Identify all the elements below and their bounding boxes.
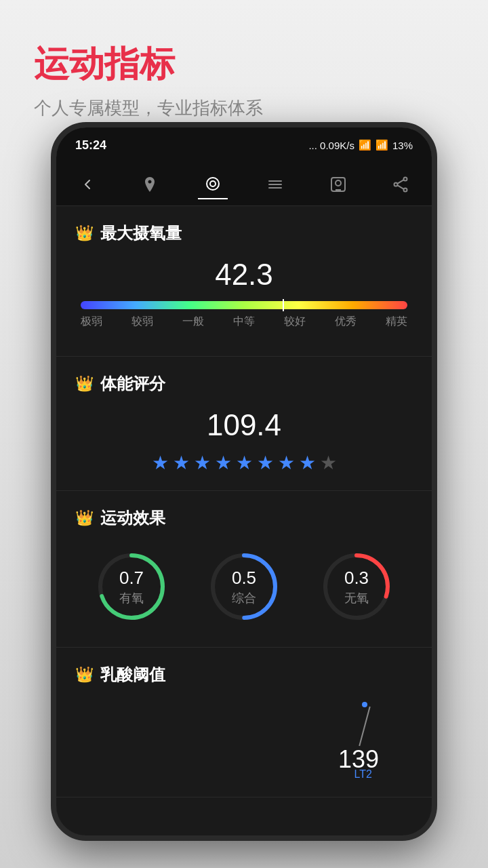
label-excellent: 优秀 <box>335 315 357 329</box>
lactic-header: 👑 乳酸阈值 <box>75 664 413 686</box>
comprehensive-label: 综合 <box>232 590 256 606</box>
nav-bar <box>56 163 432 206</box>
star-1: ★ <box>152 452 169 474</box>
label-weak: 较弱 <box>131 315 153 329</box>
status-time: 15:24 <box>75 138 106 153</box>
label-very-weak: 极弱 <box>81 315 102 329</box>
svg-point-1 <box>210 181 216 186</box>
label-medium: 中等 <box>233 315 255 329</box>
fitness-section: 👑 体能评分 109.4 ★ ★ ★ ★ ★ ★ ★ ★ ★ <box>56 357 432 491</box>
color-bar <box>81 301 407 309</box>
vo2max-value: 42.3 <box>75 258 413 292</box>
label-normal: 一般 <box>182 315 204 329</box>
phone-content[interactable]: 👑 最大摄氧量 42.3 极弱 较弱 一般 中等 较好 优秀 精英 <box>56 206 432 835</box>
star-7: ★ <box>278 452 295 474</box>
comprehensive-item: 0.5 综合 <box>207 549 281 624</box>
comprehensive-value: 0.5 <box>232 568 256 589</box>
comprehensive-inner: 0.5 综合 <box>232 568 256 606</box>
vo2max-header: 👑 最大摄氧量 <box>75 222 413 244</box>
color-bar-container: 极弱 较弱 一般 中等 较好 优秀 精英 <box>81 301 407 329</box>
effect-crown-icon: 👑 <box>75 509 94 527</box>
bluetooth-icon: 📶 <box>359 139 371 151</box>
color-bar-labels: 极弱 较弱 一般 中等 较好 优秀 精英 <box>81 315 407 329</box>
aerobic-inner: 0.7 有氧 <box>119 568 144 606</box>
label-good: 较好 <box>284 315 306 329</box>
lactic-line <box>359 707 370 746</box>
fitness-header: 👑 体能评分 <box>75 373 413 395</box>
star-5: ★ <box>236 452 253 474</box>
anaerobic-label: 无氧 <box>344 590 369 606</box>
aerobic-value: 0.7 <box>119 568 144 589</box>
vo2max-title: 最大摄氧量 <box>100 222 182 244</box>
anaerobic-gauge: 0.3 无氧 <box>319 549 394 624</box>
svg-point-6 <box>336 180 341 186</box>
svg-line-11 <box>397 180 404 184</box>
star-4: ★ <box>215 452 232 474</box>
network-status: ... 0.09K/s <box>308 140 354 151</box>
phone-frame: 15:24 ... 0.09K/s 📶 📶 13% <box>51 122 437 841</box>
lactic-title: 乳酸阈值 <box>100 664 165 686</box>
anaerobic-value: 0.3 <box>344 568 369 589</box>
fitness-score-value: 109.4 <box>75 408 413 442</box>
aerobic-gauge: 0.7 有氧 <box>94 549 169 624</box>
effect-title: 运动效果 <box>100 507 165 529</box>
fitness-title: 体能评分 <box>100 373 165 395</box>
lactic-crown-icon: 👑 <box>75 666 94 684</box>
fitness-crown-icon: 👑 <box>75 375 94 393</box>
stars-row: ★ ★ ★ ★ ★ ★ ★ ★ ★ <box>75 452 413 474</box>
effect-circles: 0.7 有氧 0.5 综合 <box>75 542 413 631</box>
wifi-icon: 📶 <box>375 139 388 151</box>
star-3: ★ <box>194 452 211 474</box>
battery-status: 13% <box>392 140 413 151</box>
aerobic-item: 0.7 有氧 <box>94 549 169 624</box>
crown-icon: 👑 <box>75 224 94 242</box>
search-icon[interactable] <box>323 170 353 199</box>
refresh-icon[interactable] <box>198 170 228 199</box>
anaerobic-item: 0.3 无氧 <box>319 549 394 624</box>
svg-point-0 <box>207 178 219 190</box>
vo2max-marker <box>283 299 284 311</box>
aerobic-label: 有氧 <box>119 590 144 606</box>
map-icon[interactable] <box>135 170 165 199</box>
lactic-lt2-label: LT2 <box>354 768 372 781</box>
list-icon[interactable] <box>260 170 290 199</box>
label-elite: 精英 <box>386 315 407 329</box>
exercise-effect-section: 👑 运动效果 0.7 有氧 <box>56 491 432 648</box>
page-subtitle: 个人专属模型，专业指标体系 <box>34 96 263 120</box>
status-bar: 15:24 ... 0.09K/s 📶 📶 13% <box>56 127 432 163</box>
svg-line-12 <box>397 185 404 189</box>
status-right: ... 0.09K/s 📶 📶 13% <box>308 139 413 151</box>
svg-point-9 <box>394 182 397 186</box>
svg-point-8 <box>403 177 407 180</box>
anaerobic-inner: 0.3 无氧 <box>344 568 369 606</box>
star-2: ★ <box>173 452 190 474</box>
vo2max-section: 👑 最大摄氧量 42.3 极弱 较弱 一般 中等 较好 优秀 精英 <box>56 206 432 357</box>
comprehensive-gauge: 0.5 综合 <box>207 549 281 624</box>
lactic-content: 139 LT2 <box>75 699 413 781</box>
star-9: ★ <box>320 452 337 474</box>
lactic-section: 👑 乳酸阈值 139 LT2 <box>56 648 432 797</box>
back-button[interactable] <box>73 170 102 199</box>
star-8: ★ <box>299 452 316 474</box>
share-icon[interactable] <box>386 170 415 199</box>
lactic-dot <box>362 702 367 707</box>
star-6: ★ <box>257 452 274 474</box>
page-title: 运动指标 <box>34 41 175 88</box>
exercise-effect-header: 👑 运动效果 <box>75 507 413 529</box>
svg-point-10 <box>403 188 407 191</box>
